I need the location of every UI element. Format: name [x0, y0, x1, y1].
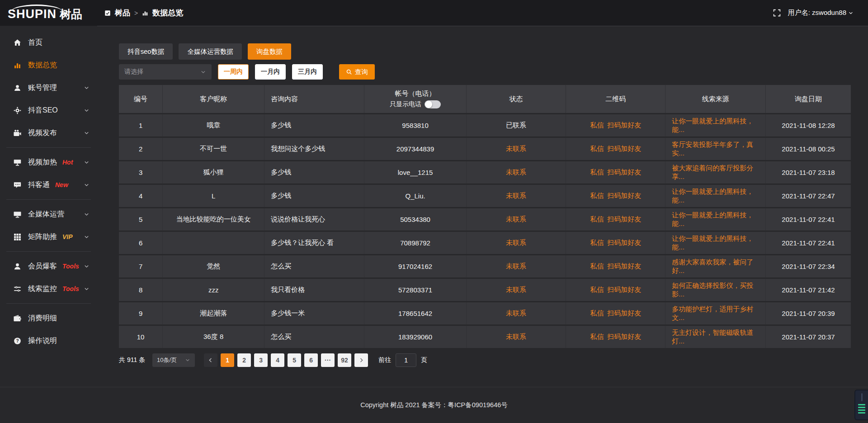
page-ellipsis-button[interactable]: ··· — [321, 353, 335, 367]
sidebar-item-home[interactable]: 首页 — [0, 31, 97, 54]
cell-nickname: 不可一世 — [163, 138, 264, 160]
sidebar-item-badge: Tools — [62, 263, 79, 270]
cell-source-link[interactable]: 让你一眼就爱上的黑科技，能... — [665, 232, 766, 254]
next-page-button[interactable] — [354, 353, 368, 367]
tab-inquiry-data[interactable]: 询盘数据 — [248, 43, 291, 60]
private-message-link[interactable]: 私信 — [590, 168, 604, 177]
scan-add-friend-link[interactable]: 扫码加好友 — [607, 286, 641, 294]
page-button-4[interactable]: 4 — [271, 353, 284, 367]
page-size-select[interactable]: 10条/页 — [152, 353, 195, 367]
private-message-link[interactable]: 私信 — [590, 333, 604, 341]
cell-source-link[interactable]: 感谢大家喜欢我家，被问了好... — [665, 255, 766, 277]
cell-source-link[interactable]: 如何正确选择投影仪，买投影... — [665, 279, 766, 301]
scan-add-friend-link[interactable]: 扫码加好友 — [607, 145, 641, 153]
app-logo[interactable]: SHUPIN 树品 — [0, 4, 97, 22]
cell-qrcode: 私信扫码加好友 — [566, 161, 665, 183]
sidebar-item-consume-detail[interactable]: 消费明细 — [0, 307, 97, 329]
private-message-link[interactable]: 私信 — [590, 239, 604, 247]
page-list: 123456···92 — [221, 353, 354, 367]
filter-bar: 请选择 一周内一月内三月内 查询 — [119, 64, 851, 80]
sidebar-item-media-operation[interactable]: 全媒体运营 — [0, 203, 97, 226]
sidebar-item-douketong[interactable]: 抖客通New — [0, 174, 97, 196]
sidebar-divider — [6, 251, 91, 252]
tab-douyin-seo-data[interactable]: 抖音seo数据 — [119, 43, 173, 60]
cell-date: 2021-11-07 22:34 — [766, 255, 851, 277]
phone-only-label: 只显示电话 — [390, 100, 421, 108]
page-button-92[interactable]: 92 — [338, 353, 351, 367]
range-button-2[interactable]: 三月内 — [292, 64, 323, 80]
cell-source-link[interactable]: 客厅安装投影半年多了，真实... — [665, 138, 766, 160]
floating-widget[interactable] — [854, 390, 868, 420]
tab-media-operation-data[interactable]: 全媒体运营数据 — [179, 43, 242, 60]
table-row: 8zzz我只看价格572803371未联系私信扫码加好友如何正确选择投影仪，买投… — [119, 279, 851, 301]
goto-page-input[interactable] — [396, 353, 416, 367]
range-button-1[interactable]: 一月内 — [255, 64, 286, 80]
user-menu[interactable]: 用户名: zswodun88 — [788, 9, 854, 17]
private-message-link[interactable]: 私信 — [590, 215, 604, 224]
table-row: 9潮起潮落多少钱一米178651642未联系私信扫码加好友多功能护栏灯，适用于乡… — [119, 302, 851, 324]
private-message-link[interactable]: 私信 — [590, 145, 604, 153]
cell-source-link[interactable]: 让你一眼就爱上的黑科技，能... — [665, 114, 766, 136]
sidebar-item-clue-monitor[interactable]: 线索监控Tools — [0, 277, 97, 300]
home-icon — [14, 39, 21, 47]
cell-qrcode: 私信扫码加好友 — [566, 255, 665, 277]
user-icon — [14, 84, 21, 92]
inquiry-table: 编号 客户昵称 咨询内容 帐号（电话） 只显示电话 状态 二维码 线索来源 询盘… — [119, 85, 851, 348]
cell-id: 5 — [119, 208, 163, 230]
private-message-link[interactable]: 私信 — [590, 192, 604, 200]
private-message-link[interactable]: 私信 — [590, 309, 604, 318]
page-button-2[interactable]: 2 — [237, 353, 251, 367]
scan-add-friend-link[interactable]: 扫码加好友 — [607, 333, 641, 341]
phone-only-toggle[interactable] — [425, 100, 441, 108]
col-header-id: 编号 — [119, 85, 163, 113]
chevron-down-icon — [84, 130, 90, 136]
scan-add-friend-link[interactable]: 扫码加好友 — [607, 262, 641, 271]
cell-source-link[interactable]: 被大家追着问的客厅投影分享... — [665, 161, 766, 183]
scan-add-friend-link[interactable]: 扫码加好友 — [607, 168, 641, 177]
user-area: 用户名: zswodun88 — [773, 9, 868, 17]
fullscreen-icon[interactable] — [773, 9, 781, 17]
sidebar-item-label: 抖音SEO — [28, 106, 58, 115]
cell-source-link[interactable]: 多功能护栏灯，适用于乡村文... — [665, 302, 766, 324]
sidebar-item-douyin-seo[interactable]: 抖音SEO — [0, 99, 97, 122]
sidebar-item-video-heating[interactable]: 视频加热Hot — [0, 151, 97, 174]
sidebar-item-label: 操作说明 — [28, 336, 57, 346]
sidebar-item-label: 首页 — [28, 38, 42, 47]
sidebar-item-member-burst[interactable]: 会员爆客Tools — [0, 255, 97, 277]
scan-add-friend-link[interactable]: 扫码加好友 — [607, 192, 641, 200]
cell-account: 9583810 — [364, 114, 467, 136]
page-button-3[interactable]: 3 — [254, 353, 268, 367]
scan-add-friend-link[interactable]: 扫码加好友 — [607, 239, 641, 247]
table-row: 1哦章多少钱9583810已联系私信扫码加好友让你一眼就爱上的黑科技，能...2… — [119, 114, 851, 136]
private-message-link[interactable]: 私信 — [590, 286, 604, 294]
page-button-5[interactable]: 5 — [288, 353, 301, 367]
private-message-link[interactable]: 私信 — [590, 121, 604, 130]
page-button-1[interactable]: 1 — [221, 353, 234, 367]
pagination-bar: 共 911 条 10条/页 123456···92 前往 页 — [119, 353, 851, 367]
sidebar-item-matrix-boost[interactable]: 矩阵助推VIP — [0, 226, 97, 248]
cell-source-link[interactable]: 让你一眼就爱上的黑科技，能... — [665, 208, 766, 230]
private-message-link[interactable]: 私信 — [590, 262, 604, 271]
sidebar-item-data-overview[interactable]: 数据总览 — [0, 54, 97, 76]
prev-page-button[interactable] — [204, 353, 217, 367]
sidebar-item-operation-guide[interactable]: ?操作说明 — [0, 329, 97, 352]
range-button-0[interactable]: 一周内 — [218, 64, 249, 80]
breadcrumb-item-home[interactable]: 树品 — [115, 8, 130, 18]
cell-source-link[interactable]: 无主灯设计，智能磁吸轨道灯... — [665, 326, 766, 348]
help-icon: ? — [14, 337, 21, 345]
scan-add-friend-link[interactable]: 扫码加好友 — [607, 215, 641, 224]
sidebar-item-video-publish[interactable]: 视频发布 — [0, 122, 97, 144]
cell-status: 未联系 — [467, 208, 566, 230]
page-button-6[interactable]: 6 — [304, 353, 318, 367]
sidebar-item-account-manage[interactable]: 账号管理 — [0, 76, 97, 99]
filter-select[interactable]: 请选择 — [119, 64, 212, 80]
sidebar-item-label: 线索监控 — [28, 284, 57, 294]
widget-slot — [861, 393, 863, 401]
cell-source-link[interactable]: 让你一眼就爱上的黑科技，能... — [665, 185, 766, 207]
col-header-content: 咨询内容 — [264, 85, 364, 113]
scan-add-friend-link[interactable]: 扫码加好友 — [607, 121, 641, 130]
chevron-down-icon — [84, 286, 90, 292]
search-button[interactable]: 查询 — [339, 64, 375, 80]
scan-add-friend-link[interactable]: 扫码加好友 — [607, 309, 641, 318]
sidebar-divider — [6, 199, 91, 200]
